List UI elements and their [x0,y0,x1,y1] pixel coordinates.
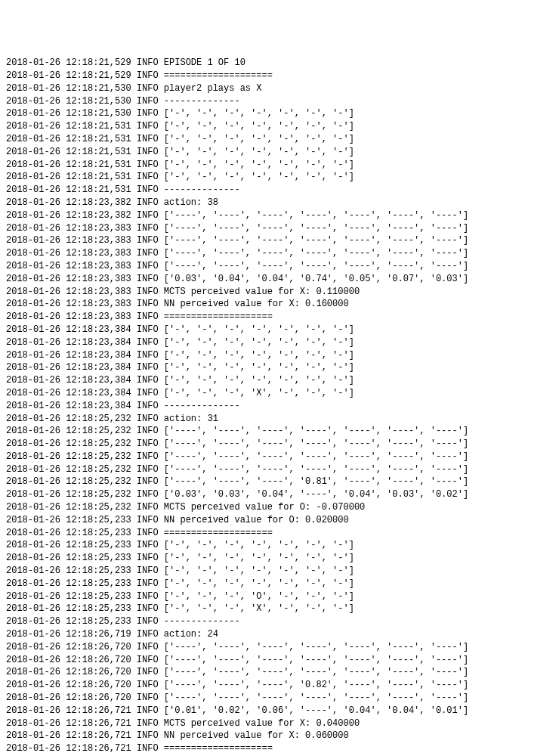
log-line: 2018-01-26 12:18:26,720 INFO ['----', '-… [6,679,553,692]
log-line: 2018-01-26 12:18:25,233 INFO ['-', '-', … [6,552,553,565]
log-line: 2018-01-26 12:18:26,720 INFO ['----', '-… [6,654,553,667]
log-line: 2018-01-26 12:18:21,530 INFO player2 pla… [6,82,553,95]
log-line: 2018-01-26 12:18:25,232 INFO ['----', '-… [6,463,553,476]
log-line: 2018-01-26 12:18:21,529 INFO ===========… [6,70,553,82]
log-line: 2018-01-26 12:18:23,384 INFO -----------… [6,400,553,413]
log-output: 2018-01-26 12:18:21,529 INFO EPISODE 1 O… [6,57,553,756]
log-line: 2018-01-26 12:18:26,719 INFO action: 24 [6,628,553,641]
log-line: 2018-01-26 12:18:21,531 INFO ['-', '-', … [6,159,553,172]
log-line: 2018-01-26 12:18:21,530 INFO -----------… [6,95,553,108]
log-line: 2018-01-26 12:18:25,233 INFO ===========… [6,527,553,540]
log-line: 2018-01-26 12:18:23,382 INFO ['----', '-… [6,209,553,222]
log-line: 2018-01-26 12:18:25,232 INFO ['0.03', '0… [6,488,553,501]
log-line: 2018-01-26 12:18:21,531 INFO ['-', '-', … [6,120,553,133]
log-line: 2018-01-26 12:18:25,233 INFO ['-', '-', … [6,578,553,590]
log-line: 2018-01-26 12:18:21,529 INFO EPISODE 1 O… [6,57,553,70]
log-line: 2018-01-26 12:18:25,232 INFO ['----', '-… [6,451,553,463]
log-line: 2018-01-26 12:18:23,383 INFO ===========… [6,311,553,324]
log-line: 2018-01-26 12:18:21,531 INFO ['-', '-', … [6,133,553,146]
log-line: 2018-01-26 12:18:23,384 INFO ['-', '-', … [6,349,553,362]
log-line: 2018-01-26 12:18:21,531 INFO ['-', '-', … [6,171,553,184]
log-line: 2018-01-26 12:18:25,232 INFO ['----', '-… [6,425,553,438]
log-line: 2018-01-26 12:18:21,531 INFO ['-', '-', … [6,146,553,159]
log-line: 2018-01-26 12:18:23,383 INFO NN perceive… [6,298,553,311]
log-line: 2018-01-26 12:18:25,233 INFO ['-', '-', … [6,590,553,603]
log-line: 2018-01-26 12:18:23,383 INFO ['----', '-… [6,234,553,247]
log-line: 2018-01-26 12:18:25,232 INFO MCTS percei… [6,501,553,514]
log-line: 2018-01-26 12:18:23,383 INFO ['----', '-… [6,247,553,260]
log-line: 2018-01-26 12:18:23,384 INFO ['-', '-', … [6,387,553,400]
log-line: 2018-01-26 12:18:25,233 INFO NN perceive… [6,514,553,527]
log-line: 2018-01-26 12:18:25,233 INFO ['-', '-', … [6,603,553,615]
log-line: 2018-01-26 12:18:26,720 INFO ['----', '-… [6,641,553,654]
log-line: 2018-01-26 12:18:25,233 INFO ['-', '-', … [6,565,553,578]
log-line: 2018-01-26 12:18:21,531 INFO -----------… [6,184,553,197]
log-line: 2018-01-26 12:18:25,232 INFO ['----', '-… [6,476,553,488]
log-line: 2018-01-26 12:18:26,720 INFO ['----', '-… [6,692,553,705]
log-line: 2018-01-26 12:18:26,721 INFO ===========… [6,742,553,755]
log-line: 2018-01-26 12:18:26,721 INFO MCTS percei… [6,717,553,730]
log-line: 2018-01-26 12:18:25,233 INFO ['-', '-', … [6,539,553,552]
log-line: 2018-01-26 12:18:23,384 INFO ['-', '-', … [6,374,553,387]
log-line: 2018-01-26 12:18:23,383 INFO MCTS percei… [6,286,553,299]
log-line: 2018-01-26 12:18:23,382 INFO action: 38 [6,197,553,209]
log-line: 2018-01-26 12:18:23,383 INFO ['0.03', '0… [6,273,553,286]
log-line: 2018-01-26 12:18:26,720 INFO ['----', '-… [6,666,553,679]
log-line: 2018-01-26 12:18:26,721 INFO NN perceive… [6,730,553,742]
log-line: 2018-01-26 12:18:25,233 INFO -----------… [6,615,553,628]
log-line: 2018-01-26 12:18:23,384 INFO ['-', '-', … [6,336,553,349]
log-line: 2018-01-26 12:18:25,232 INFO ['----', '-… [6,438,553,451]
log-line: 2018-01-26 12:18:23,383 INFO ['----', '-… [6,260,553,273]
log-line: 2018-01-26 12:18:23,384 INFO ['-', '-', … [6,324,553,336]
log-line: 2018-01-26 12:18:25,232 INFO action: 31 [6,413,553,426]
log-line: 2018-01-26 12:18:23,383 INFO ['----', '-… [6,222,553,235]
log-line: 2018-01-26 12:18:26,721 INFO ['0.01', '0… [6,705,553,717]
log-line: 2018-01-26 12:18:23,384 INFO ['-', '-', … [6,361,553,374]
log-line: 2018-01-26 12:18:21,530 INFO ['-', '-', … [6,107,553,120]
